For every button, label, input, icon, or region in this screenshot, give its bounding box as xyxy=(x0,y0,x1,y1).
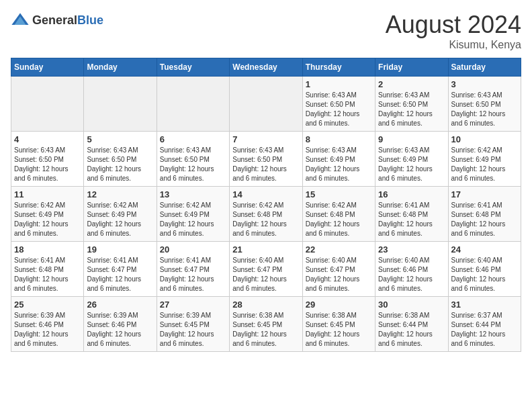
day-number: 31 xyxy=(451,300,518,310)
day-info: Sunrise: 6:38 AM Sunset: 6:45 PM Dayligh… xyxy=(306,311,372,349)
day-number: 6 xyxy=(160,134,226,144)
day-number: 24 xyxy=(451,244,518,255)
day-number: 20 xyxy=(160,244,226,255)
day-number: 17 xyxy=(451,189,518,199)
day-info: Sunrise: 6:37 AM Sunset: 6:44 PM Dayligh… xyxy=(451,311,518,349)
calendar-body: 1Sunrise: 6:43 AM Sunset: 6:50 PM Daylig… xyxy=(11,77,521,352)
day-number: 25 xyxy=(14,300,81,310)
day-cell: 24Sunrise: 6:40 AM Sunset: 6:46 PM Dayli… xyxy=(448,242,521,297)
col-wednesday: Wednesday xyxy=(230,58,302,77)
day-cell: 11Sunrise: 6:42 AM Sunset: 6:49 PM Dayli… xyxy=(11,187,84,242)
day-info: Sunrise: 6:40 AM Sunset: 6:46 PM Dayligh… xyxy=(451,256,518,293)
day-cell: 25Sunrise: 6:39 AM Sunset: 6:46 PM Dayli… xyxy=(11,297,84,352)
week-row-1: 4Sunrise: 6:43 AM Sunset: 6:50 PM Daylig… xyxy=(11,132,521,187)
col-saturday: Saturday xyxy=(448,58,521,77)
day-info: Sunrise: 6:38 AM Sunset: 6:45 PM Dayligh… xyxy=(232,311,299,349)
day-info: Sunrise: 6:42 AM Sunset: 6:49 PM Dayligh… xyxy=(14,201,81,238)
day-info: Sunrise: 6:42 AM Sunset: 6:48 PM Dayligh… xyxy=(232,201,299,238)
day-cell xyxy=(84,77,157,132)
day-cell: 31Sunrise: 6:37 AM Sunset: 6:44 PM Dayli… xyxy=(448,297,521,352)
day-info: Sunrise: 6:40 AM Sunset: 6:47 PM Dayligh… xyxy=(306,256,372,293)
day-number: 22 xyxy=(306,244,372,255)
day-info: Sunrise: 6:42 AM Sunset: 6:49 PM Dayligh… xyxy=(87,201,153,238)
day-number: 27 xyxy=(160,300,226,310)
day-cell: 8Sunrise: 6:43 AM Sunset: 6:49 PM Daylig… xyxy=(302,132,375,187)
day-number: 16 xyxy=(378,189,445,199)
day-number: 5 xyxy=(87,134,153,144)
day-info: Sunrise: 6:43 AM Sunset: 6:50 PM Dayligh… xyxy=(87,146,153,183)
day-number: 14 xyxy=(232,189,299,199)
day-cell: 13Sunrise: 6:42 AM Sunset: 6:49 PM Dayli… xyxy=(157,187,229,242)
day-cell: 5Sunrise: 6:43 AM Sunset: 6:50 PM Daylig… xyxy=(84,132,157,187)
day-number: 26 xyxy=(87,300,153,310)
month-year: August 2024 xyxy=(386,11,521,39)
day-number: 28 xyxy=(232,300,299,310)
col-sunday: Sunday xyxy=(11,58,84,77)
day-info: Sunrise: 6:42 AM Sunset: 6:49 PM Dayligh… xyxy=(451,146,518,183)
day-info: Sunrise: 6:43 AM Sunset: 6:50 PM Dayligh… xyxy=(378,91,445,128)
day-cell: 6Sunrise: 6:43 AM Sunset: 6:50 PM Daylig… xyxy=(157,132,229,187)
day-info: Sunrise: 6:42 AM Sunset: 6:48 PM Dayligh… xyxy=(306,201,372,238)
week-row-2: 11Sunrise: 6:42 AM Sunset: 6:49 PM Dayli… xyxy=(11,187,521,242)
day-info: Sunrise: 6:39 AM Sunset: 6:46 PM Dayligh… xyxy=(14,311,81,349)
day-number: 2 xyxy=(378,79,445,89)
day-number: 8 xyxy=(306,134,372,144)
day-cell: 22Sunrise: 6:40 AM Sunset: 6:47 PM Dayli… xyxy=(302,242,375,297)
day-info: Sunrise: 6:41 AM Sunset: 6:48 PM Dayligh… xyxy=(378,201,445,238)
day-number: 3 xyxy=(451,79,518,89)
week-row-0: 1Sunrise: 6:43 AM Sunset: 6:50 PM Daylig… xyxy=(11,77,521,132)
day-info: Sunrise: 6:43 AM Sunset: 6:50 PM Dayligh… xyxy=(232,146,299,183)
day-cell xyxy=(157,77,229,132)
title-block: August 2024 Kisumu, Kenya xyxy=(386,11,521,51)
calendar-header: Sunday Monday Tuesday Wednesday Thursday… xyxy=(11,58,521,77)
week-row-3: 18Sunrise: 6:41 AM Sunset: 6:48 PM Dayli… xyxy=(11,242,521,297)
logo-icon xyxy=(11,11,30,30)
day-info: Sunrise: 6:39 AM Sunset: 6:46 PM Dayligh… xyxy=(87,311,153,349)
day-number: 9 xyxy=(378,134,445,144)
location: Kisumu, Kenya xyxy=(386,39,521,51)
day-number: 11 xyxy=(14,189,81,199)
day-number: 1 xyxy=(306,79,372,89)
day-cell: 12Sunrise: 6:42 AM Sunset: 6:49 PM Dayli… xyxy=(84,187,157,242)
page-header: GeneralBlue August 2024 Kisumu, Kenya xyxy=(11,11,521,51)
day-cell: 27Sunrise: 6:39 AM Sunset: 6:45 PM Dayli… xyxy=(157,297,229,352)
day-number: 13 xyxy=(160,189,226,199)
day-cell: 2Sunrise: 6:43 AM Sunset: 6:50 PM Daylig… xyxy=(375,77,448,132)
day-info: Sunrise: 6:43 AM Sunset: 6:50 PM Dayligh… xyxy=(14,146,81,183)
day-number: 10 xyxy=(451,134,518,144)
day-number: 19 xyxy=(87,244,153,255)
day-cell: 16Sunrise: 6:41 AM Sunset: 6:48 PM Dayli… xyxy=(375,187,448,242)
col-monday: Monday xyxy=(84,58,157,77)
calendar: Sunday Monday Tuesday Wednesday Thursday… xyxy=(11,58,521,352)
day-info: Sunrise: 6:43 AM Sunset: 6:50 PM Dayligh… xyxy=(451,91,518,128)
day-cell: 7Sunrise: 6:43 AM Sunset: 6:50 PM Daylig… xyxy=(230,132,302,187)
col-friday: Friday xyxy=(375,58,448,77)
day-info: Sunrise: 6:42 AM Sunset: 6:49 PM Dayligh… xyxy=(160,201,226,238)
day-cell: 18Sunrise: 6:41 AM Sunset: 6:48 PM Dayli… xyxy=(11,242,84,297)
day-number: 7 xyxy=(232,134,299,144)
day-info: Sunrise: 6:41 AM Sunset: 6:47 PM Dayligh… xyxy=(87,256,153,293)
day-cell: 21Sunrise: 6:40 AM Sunset: 6:47 PM Dayli… xyxy=(230,242,302,297)
day-info: Sunrise: 6:43 AM Sunset: 6:49 PM Dayligh… xyxy=(378,146,445,183)
day-cell xyxy=(11,77,84,132)
day-info: Sunrise: 6:41 AM Sunset: 6:47 PM Dayligh… xyxy=(160,256,226,293)
day-info: Sunrise: 6:38 AM Sunset: 6:44 PM Dayligh… xyxy=(378,311,445,349)
day-cell: 20Sunrise: 6:41 AM Sunset: 6:47 PM Dayli… xyxy=(157,242,229,297)
day-info: Sunrise: 6:40 AM Sunset: 6:47 PM Dayligh… xyxy=(232,256,299,293)
day-cell: 14Sunrise: 6:42 AM Sunset: 6:48 PM Dayli… xyxy=(230,187,302,242)
day-info: Sunrise: 6:40 AM Sunset: 6:46 PM Dayligh… xyxy=(378,256,445,293)
day-info: Sunrise: 6:41 AM Sunset: 6:48 PM Dayligh… xyxy=(451,201,518,238)
day-info: Sunrise: 6:43 AM Sunset: 6:50 PM Dayligh… xyxy=(160,146,226,183)
logo-text-blue: Blue xyxy=(77,13,103,27)
day-cell: 1Sunrise: 6:43 AM Sunset: 6:50 PM Daylig… xyxy=(302,77,375,132)
col-thursday: Thursday xyxy=(302,58,375,77)
day-number: 12 xyxy=(87,189,153,199)
day-cell xyxy=(230,77,302,132)
day-cell: 15Sunrise: 6:42 AM Sunset: 6:48 PM Dayli… xyxy=(302,187,375,242)
day-number: 4 xyxy=(14,134,81,144)
day-number: 30 xyxy=(378,300,445,310)
day-info: Sunrise: 6:39 AM Sunset: 6:45 PM Dayligh… xyxy=(160,311,226,349)
day-cell: 19Sunrise: 6:41 AM Sunset: 6:47 PM Dayli… xyxy=(84,242,157,297)
day-info: Sunrise: 6:43 AM Sunset: 6:50 PM Dayligh… xyxy=(306,91,372,128)
week-row-4: 25Sunrise: 6:39 AM Sunset: 6:46 PM Dayli… xyxy=(11,297,521,352)
